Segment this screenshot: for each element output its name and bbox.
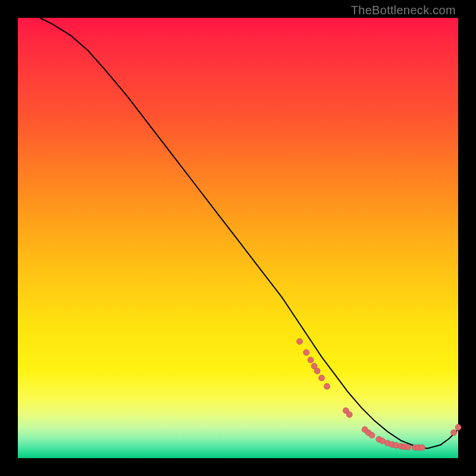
data-point [451,430,457,436]
plot-area [18,18,458,458]
data-point [455,424,461,430]
data-point [324,383,330,389]
data-point [346,412,352,418]
bottleneck-curve [40,18,458,449]
chart-frame: TheBottleneck.com [0,0,476,476]
chart-svg [18,18,458,458]
data-point [405,444,411,450]
data-point [297,339,303,345]
data-point [419,444,425,450]
data-point [380,438,386,444]
watermark-text: TheBottleneck.com [351,4,456,17]
data-point [303,349,309,355]
data-point [319,375,325,381]
data-point [369,433,375,439]
data-point [314,368,320,374]
data-point [308,357,314,363]
data-points-group [297,339,461,450]
